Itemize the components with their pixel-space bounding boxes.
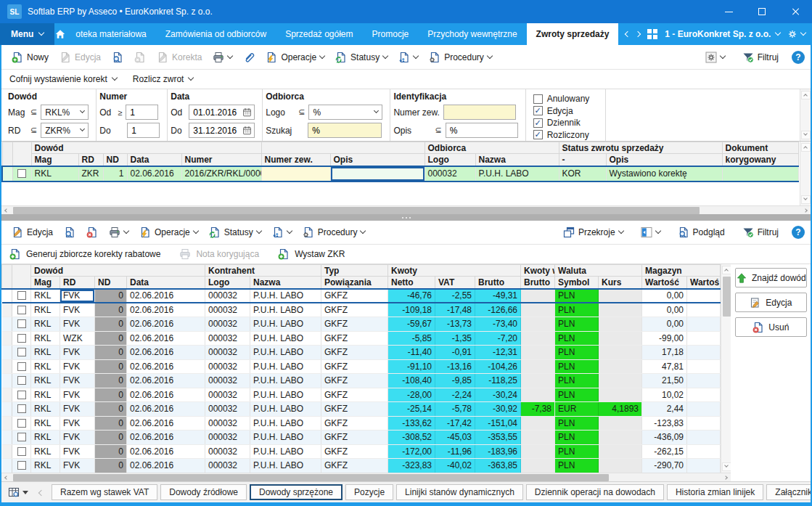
- logo-filter-select[interactable]: %: [308, 105, 382, 120]
- filter-checkbox[interactable]: Anulowany: [533, 93, 596, 105]
- column-header[interactable]: Opis: [606, 154, 722, 166]
- filter-scrollbar[interactable]: [800, 89, 811, 141]
- generate-corrections-button[interactable]: Generuj zbiorcze korekty rabatowe: [9, 248, 160, 260]
- statuses-menu[interactable]: Statusy: [331, 49, 392, 66]
- nav-tab[interactable]: oteka materiałowa: [66, 23, 155, 45]
- returns-scrollbar[interactable]: [800, 142, 811, 205]
- row-checkbox[interactable]: [17, 319, 26, 328]
- row-checkbox[interactable]: [17, 306, 26, 314]
- row-checkbox[interactable]: [17, 291, 26, 300]
- column-header[interactable]: -: [559, 154, 606, 166]
- column-header[interactable]: Logo: [425, 154, 475, 166]
- document-row[interactable]: RKL FVK 0 02.06.2016 000032 P.U.H. LABO …: [2, 430, 721, 445]
- filter-checkbox[interactable]: ✓ Dziennik: [533, 117, 596, 129]
- row-checkbox[interactable]: [17, 362, 26, 371]
- grid-settings-button[interactable]: [701, 49, 729, 66]
- column-header[interactable]: Numer: [181, 154, 261, 166]
- mag-filter-select[interactable]: RKL%: [41, 105, 89, 120]
- date-from-field[interactable]: [189, 105, 255, 120]
- operations-menu[interactable]: Operacje: [261, 49, 329, 66]
- filter-checkbox[interactable]: ✓ Edycja: [533, 105, 596, 118]
- return-row[interactable]: RKL ZKR 1 02.06.2016 2016/ZKR/RKL/00000 …: [2, 166, 798, 181]
- tab-scroll-right-icon[interactable]: [635, 31, 641, 37]
- column-header[interactable]: Brutto: [521, 277, 555, 289]
- column-header[interactable]: ND: [95, 277, 127, 289]
- edit-button[interactable]: Edycja: [7, 224, 57, 241]
- column-header[interactable]: korygowany: [722, 154, 798, 166]
- statuses-menu[interactable]: Statusy: [205, 224, 266, 241]
- document-row[interactable]: RKL FVK 0 02.06.2016 000032 P.U.H. LABO …: [2, 317, 721, 332]
- date-to-field[interactable]: [189, 123, 255, 138]
- panel-splitter[interactable]: [1, 214, 811, 221]
- document-row[interactable]: RKL FVK 0 02.06.2016 000032 P.U.H. LABO …: [2, 388, 721, 402]
- row-checkbox[interactable]: [17, 404, 26, 413]
- bottom-tab[interactable]: Pozycje: [345, 484, 393, 500]
- column-header[interactable]: ND: [103, 154, 127, 166]
- column-header[interactable]: RD: [60, 277, 95, 289]
- minimize-button[interactable]: [712, 0, 745, 23]
- find-document-button[interactable]: Znajdź dowód: [735, 268, 807, 287]
- bottom-tab[interactable]: Dziennik operacji na dowodach: [526, 484, 664, 500]
- documents-scrollbar[interactable]: [721, 264, 731, 473]
- row-checkbox[interactable]: [17, 391, 26, 399]
- delete-doc-button[interactable]: [82, 224, 102, 241]
- panel-layout-menu[interactable]: [636, 224, 665, 241]
- returns-hscrollbar[interactable]: [1, 205, 811, 214]
- settle-return-button[interactable]: Rozlicz zwrot: [133, 74, 194, 84]
- rd-filter-select[interactable]: ZKR%: [41, 123, 89, 138]
- scroll-up-icon[interactable]: [801, 91, 811, 99]
- scroll-up-icon[interactable]: [801, 143, 811, 152]
- procedures-menu[interactable]: Procedury: [298, 224, 370, 241]
- row-checkbox[interactable]: [17, 419, 26, 428]
- column-header[interactable]: Logo: [205, 277, 250, 289]
- row-checkbox[interactable]: [17, 169, 26, 178]
- focused-cell[interactable]: [330, 166, 425, 181]
- nav-tab[interactable]: Zamówienia od odbiorców: [156, 23, 276, 45]
- scroll-left-icon[interactable]: [1, 209, 12, 212]
- column-header[interactable]: Symbol: [555, 277, 599, 289]
- bottom-tab[interactable]: Razem wg stawek VAT: [52, 484, 157, 500]
- preview-doc-button[interactable]: [107, 49, 128, 66]
- links-menu[interactable]: [394, 49, 422, 66]
- bottom-tab[interactable]: Dowody sprzężone: [250, 484, 343, 500]
- column-header[interactable]: Nazwa: [250, 277, 321, 289]
- scrollbar-thumb[interactable]: [723, 277, 731, 317]
- correction-note-button[interactable]: Nota korygująca: [179, 248, 259, 260]
- new-button[interactable]: Nowy: [7, 49, 53, 66]
- tabs-scroll-left-icon[interactable]: [35, 487, 48, 497]
- nav-tab[interactable]: Promocje: [363, 23, 419, 45]
- issue-zkr-button[interactable]: Wystaw ZKR: [278, 248, 345, 260]
- home-button[interactable]: [54, 23, 66, 45]
- document-row[interactable]: RKL FVK 0 02.06.2016 000032 P.U.H. LABO …: [2, 303, 721, 317]
- document-row[interactable]: RKL FVK 0 02.06.2016 000032 P.U.H. LABO …: [2, 289, 721, 303]
- document-row[interactable]: RKL FVK 0 02.06.2016 000032 P.U.H. LABO …: [2, 374, 721, 388]
- menu-button[interactable]: Menu: [0, 23, 54, 45]
- scroll-up-icon[interactable]: [722, 266, 731, 274]
- edit-button[interactable]: Edycja: [55, 49, 105, 66]
- close-button[interactable]: [779, 0, 812, 23]
- document-row[interactable]: RKL FVK 0 02.06.2016 000032 P.U.H. LABO …: [2, 416, 721, 430]
- bottom-tab[interactable]: Załączniki: [766, 484, 811, 500]
- date-to-input[interactable]: [193, 126, 239, 136]
- calendar-icon[interactable]: [242, 107, 252, 117]
- row-checkbox[interactable]: [17, 433, 26, 441]
- document-row[interactable]: RKL FVK 0 02.06.2016 000032 P.U.H. LABO …: [2, 346, 721, 360]
- szukaj-input[interactable]: [308, 123, 382, 138]
- column-header[interactable]: Wartoś: [687, 277, 721, 289]
- correction-button[interactable]: Korekta: [152, 49, 206, 66]
- preview-button[interactable]: Podgląd: [673, 224, 729, 241]
- sections-menu[interactable]: Przekroje: [559, 224, 628, 241]
- filter-checkbox[interactable]: ✓ Rozliczony: [533, 129, 596, 142]
- numer-od-input[interactable]: [126, 105, 158, 120]
- documents-hscrollbar[interactable]: [1, 473, 731, 481]
- column-header[interactable]: Netto: [388, 277, 435, 289]
- bottom-tab[interactable]: Historia zmian linijek: [667, 484, 763, 500]
- column-header[interactable]: Mag: [31, 277, 60, 289]
- document-row[interactable]: RKL FVK 0 02.06.2016 000032 P.U.H. LABO …: [2, 444, 721, 459]
- column-header[interactable]: Powiązania: [321, 277, 388, 289]
- opis-filter-input[interactable]: [446, 123, 518, 138]
- scroll-left-icon[interactable]: [1, 476, 12, 479]
- links-menu[interactable]: [268, 224, 296, 241]
- column-header[interactable]: Brutto: [475, 277, 521, 289]
- filter-button[interactable]: Filtruj: [738, 49, 783, 66]
